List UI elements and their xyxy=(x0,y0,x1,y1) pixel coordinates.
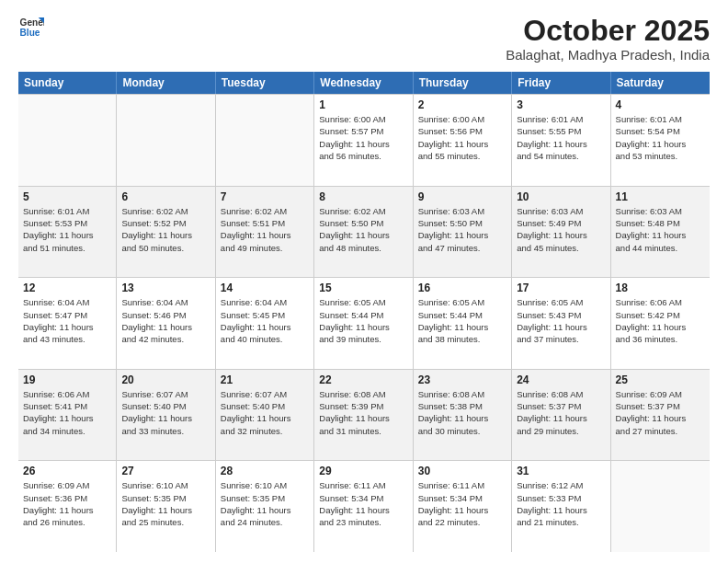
day-info: Sunrise: 6:09 AM Sunset: 5:36 PM Dayligh… xyxy=(23,479,111,528)
day-number: 28 xyxy=(221,465,309,477)
location: Balaghat, Madhya Pradesh, India xyxy=(506,47,710,63)
day-info: Sunrise: 6:06 AM Sunset: 5:42 PM Dayligh… xyxy=(616,296,705,345)
day-info: Sunrise: 6:09 AM Sunset: 5:37 PM Dayligh… xyxy=(616,388,705,437)
empty-cell xyxy=(117,95,215,186)
logo-icon: General Blue xyxy=(18,15,44,40)
calendar-body: 1Sunrise: 6:00 AM Sunset: 5:57 PM Daylig… xyxy=(18,94,710,552)
day-cell-28: 28Sunrise: 6:10 AM Sunset: 5:35 PM Dayli… xyxy=(216,461,314,552)
day-cell-18: 18Sunrise: 6:06 AM Sunset: 5:42 PM Dayli… xyxy=(611,278,710,369)
day-info: Sunrise: 6:00 AM Sunset: 5:56 PM Dayligh… xyxy=(418,113,506,162)
empty-cell xyxy=(216,95,314,186)
month-title: October 2025 xyxy=(506,15,710,47)
week-row-5: 26Sunrise: 6:09 AM Sunset: 5:36 PM Dayli… xyxy=(18,460,710,552)
page: General Blue October 2025 Balaghat, Madh… xyxy=(0,0,728,563)
day-number: 24 xyxy=(517,373,605,386)
day-cell-9: 9Sunrise: 6:03 AM Sunset: 5:50 PM Daylig… xyxy=(414,187,512,278)
day-cell-1: 1Sunrise: 6:00 AM Sunset: 5:57 PM Daylig… xyxy=(314,95,413,186)
day-number: 11 xyxy=(616,190,705,203)
day-cell-10: 10Sunrise: 6:03 AM Sunset: 5:49 PM Dayli… xyxy=(512,187,610,278)
day-cell-12: 12Sunrise: 6:04 AM Sunset: 5:47 PM Dayli… xyxy=(18,278,117,369)
week-row-1: 1Sunrise: 6:00 AM Sunset: 5:57 PM Daylig… xyxy=(18,94,710,186)
calendar: Sunday Monday Tuesday Wednesday Thursday… xyxy=(18,72,710,552)
header-thursday: Thursday xyxy=(414,72,512,94)
day-info: Sunrise: 6:01 AM Sunset: 5:53 PM Dayligh… xyxy=(23,205,111,254)
day-number: 20 xyxy=(121,373,210,386)
day-cell-5: 5Sunrise: 6:01 AM Sunset: 5:53 PM Daylig… xyxy=(18,187,117,278)
day-number: 9 xyxy=(418,190,506,203)
day-cell-11: 11Sunrise: 6:03 AM Sunset: 5:48 PM Dayli… xyxy=(611,187,710,278)
day-number: 16 xyxy=(418,282,506,294)
day-cell-17: 17Sunrise: 6:05 AM Sunset: 5:43 PM Dayli… xyxy=(512,278,610,369)
day-number: 21 xyxy=(221,373,309,386)
day-cell-15: 15Sunrise: 6:05 AM Sunset: 5:44 PM Dayli… xyxy=(314,278,413,369)
header-wednesday: Wednesday xyxy=(314,72,413,94)
day-info: Sunrise: 6:03 AM Sunset: 5:49 PM Dayligh… xyxy=(517,205,605,254)
day-cell-25: 25Sunrise: 6:09 AM Sunset: 5:37 PM Dayli… xyxy=(611,370,710,461)
day-info: Sunrise: 6:04 AM Sunset: 5:47 PM Dayligh… xyxy=(23,296,111,345)
day-number: 25 xyxy=(616,373,705,386)
day-info: Sunrise: 6:02 AM Sunset: 5:52 PM Dayligh… xyxy=(121,205,210,254)
day-info: Sunrise: 6:10 AM Sunset: 5:35 PM Dayligh… xyxy=(121,479,210,528)
day-cell-8: 8Sunrise: 6:02 AM Sunset: 5:50 PM Daylig… xyxy=(314,187,413,278)
day-number: 5 xyxy=(23,190,111,203)
header-sunday: Sunday xyxy=(18,72,117,94)
header-monday: Monday xyxy=(117,72,215,94)
day-cell-26: 26Sunrise: 6:09 AM Sunset: 5:36 PM Dayli… xyxy=(18,461,117,552)
day-info: Sunrise: 6:11 AM Sunset: 5:34 PM Dayligh… xyxy=(319,479,407,528)
day-cell-2: 2Sunrise: 6:00 AM Sunset: 5:56 PM Daylig… xyxy=(414,95,512,186)
day-number: 18 xyxy=(616,282,705,294)
day-info: Sunrise: 6:01 AM Sunset: 5:54 PM Dayligh… xyxy=(616,113,705,162)
week-row-2: 5Sunrise: 6:01 AM Sunset: 5:53 PM Daylig… xyxy=(18,186,710,278)
day-cell-6: 6Sunrise: 6:02 AM Sunset: 5:52 PM Daylig… xyxy=(117,187,215,278)
day-info: Sunrise: 6:04 AM Sunset: 5:46 PM Dayligh… xyxy=(121,296,210,345)
svg-text:Blue: Blue xyxy=(20,28,40,38)
day-number: 29 xyxy=(319,465,407,477)
day-info: Sunrise: 6:00 AM Sunset: 5:57 PM Dayligh… xyxy=(319,113,407,162)
day-number: 8 xyxy=(319,190,407,203)
header: General Blue October 2025 Balaghat, Madh… xyxy=(18,15,710,63)
day-info: Sunrise: 6:05 AM Sunset: 5:44 PM Dayligh… xyxy=(319,296,407,345)
day-info: Sunrise: 6:02 AM Sunset: 5:51 PM Dayligh… xyxy=(221,205,309,254)
day-cell-22: 22Sunrise: 6:08 AM Sunset: 5:39 PM Dayli… xyxy=(314,370,413,461)
day-number: 30 xyxy=(418,465,506,477)
day-info: Sunrise: 6:03 AM Sunset: 5:50 PM Dayligh… xyxy=(418,205,506,254)
day-number: 10 xyxy=(517,190,605,203)
day-number: 4 xyxy=(616,98,705,111)
day-info: Sunrise: 6:02 AM Sunset: 5:50 PM Dayligh… xyxy=(319,205,407,254)
day-number: 14 xyxy=(221,282,309,294)
day-number: 12 xyxy=(23,282,111,294)
day-number: 19 xyxy=(23,373,111,386)
week-row-3: 12Sunrise: 6:04 AM Sunset: 5:47 PM Dayli… xyxy=(18,277,710,369)
day-number: 1 xyxy=(319,98,407,111)
day-cell-4: 4Sunrise: 6:01 AM Sunset: 5:54 PM Daylig… xyxy=(611,95,710,186)
day-cell-23: 23Sunrise: 6:08 AM Sunset: 5:38 PM Dayli… xyxy=(414,370,512,461)
day-info: Sunrise: 6:08 AM Sunset: 5:39 PM Dayligh… xyxy=(319,388,407,437)
day-number: 22 xyxy=(319,373,407,386)
day-info: Sunrise: 6:06 AM Sunset: 5:41 PM Dayligh… xyxy=(23,388,111,437)
day-info: Sunrise: 6:07 AM Sunset: 5:40 PM Dayligh… xyxy=(121,388,210,437)
day-number: 15 xyxy=(319,282,407,294)
day-info: Sunrise: 6:08 AM Sunset: 5:38 PM Dayligh… xyxy=(418,388,506,437)
header-friday: Friday xyxy=(512,72,610,94)
day-cell-27: 27Sunrise: 6:10 AM Sunset: 5:35 PM Dayli… xyxy=(117,461,215,552)
day-cell-3: 3Sunrise: 6:01 AM Sunset: 5:55 PM Daylig… xyxy=(512,95,610,186)
day-number: 26 xyxy=(23,465,111,477)
day-info: Sunrise: 6:03 AM Sunset: 5:48 PM Dayligh… xyxy=(616,205,705,254)
day-cell-13: 13Sunrise: 6:04 AM Sunset: 5:46 PM Dayli… xyxy=(117,278,215,369)
day-cell-24: 24Sunrise: 6:08 AM Sunset: 5:37 PM Dayli… xyxy=(512,370,610,461)
empty-cell xyxy=(611,461,710,552)
logo: General Blue xyxy=(18,15,46,40)
day-cell-31: 31Sunrise: 6:12 AM Sunset: 5:33 PM Dayli… xyxy=(512,461,610,552)
day-cell-29: 29Sunrise: 6:11 AM Sunset: 5:34 PM Dayli… xyxy=(314,461,413,552)
day-cell-14: 14Sunrise: 6:04 AM Sunset: 5:45 PM Dayli… xyxy=(216,278,314,369)
day-info: Sunrise: 6:04 AM Sunset: 5:45 PM Dayligh… xyxy=(221,296,309,345)
day-info: Sunrise: 6:01 AM Sunset: 5:55 PM Dayligh… xyxy=(517,113,605,162)
header-tuesday: Tuesday xyxy=(216,72,314,94)
day-cell-19: 19Sunrise: 6:06 AM Sunset: 5:41 PM Dayli… xyxy=(18,370,117,461)
header-saturday: Saturday xyxy=(611,72,710,94)
day-info: Sunrise: 6:08 AM Sunset: 5:37 PM Dayligh… xyxy=(517,388,605,437)
day-info: Sunrise: 6:07 AM Sunset: 5:40 PM Dayligh… xyxy=(221,388,309,437)
day-cell-16: 16Sunrise: 6:05 AM Sunset: 5:44 PM Dayli… xyxy=(414,278,512,369)
day-cell-20: 20Sunrise: 6:07 AM Sunset: 5:40 PM Dayli… xyxy=(117,370,215,461)
day-info: Sunrise: 6:10 AM Sunset: 5:35 PM Dayligh… xyxy=(221,479,309,528)
